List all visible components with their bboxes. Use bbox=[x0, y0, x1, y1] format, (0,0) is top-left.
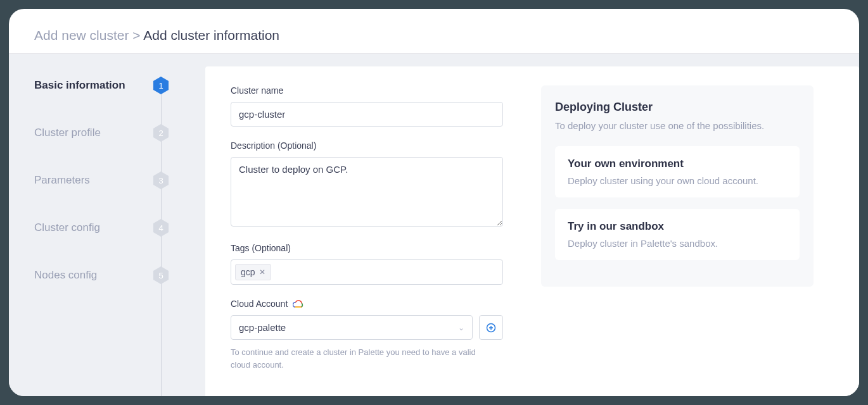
step-label: Basic information bbox=[34, 79, 125, 92]
step-cluster-profile[interactable]: Cluster profile 2 bbox=[34, 127, 180, 139]
tag-text: gcp bbox=[241, 267, 255, 277]
cloud-icon bbox=[293, 299, 304, 308]
step-parameters[interactable]: Parameters 3 bbox=[34, 174, 180, 187]
cluster-name-label: Cluster name bbox=[231, 85, 503, 96]
step-label: Nodes config bbox=[34, 269, 97, 282]
step-label: Cluster config bbox=[34, 221, 100, 234]
deploy-column: Deploying Cluster To deploy your cluster… bbox=[541, 85, 814, 377]
chevron-down-icon: ⌄ bbox=[458, 323, 464, 332]
cloud-account-label-text: Cloud Account bbox=[231, 299, 288, 309]
deploy-option-sandbox[interactable]: Try in our sandbox Deploy cluster in Pal… bbox=[555, 209, 800, 260]
cloud-account-select[interactable]: gcp-palette ⌄ bbox=[231, 315, 473, 340]
deploy-subtitle: To deploy your cluster use one of the po… bbox=[555, 120, 800, 131]
breadcrumb-sep: > bbox=[132, 28, 140, 42]
deploy-option-desc: Deploy cluster using your own cloud acco… bbox=[568, 175, 787, 186]
step-label: Cluster profile bbox=[34, 127, 101, 139]
header: Add new cluster > Add cluster informatio… bbox=[9, 9, 859, 54]
cloud-account-row: gcp-palette ⌄ bbox=[231, 315, 503, 340]
add-cloud-account-button[interactable] bbox=[479, 315, 503, 340]
cloud-account-value: gcp-palette bbox=[239, 322, 286, 333]
step-nodes-config[interactable]: Nodes config 5 bbox=[34, 269, 180, 282]
deploy-option-title: Your own environment bbox=[568, 158, 787, 170]
plus-circle-icon bbox=[486, 323, 496, 333]
tags-label: Tags (Optional) bbox=[231, 243, 503, 253]
cloud-account-label: Cloud Account bbox=[231, 299, 503, 309]
form-column: Cluster name Description (Optional) Clus… bbox=[231, 85, 503, 377]
description-label: Description (Optional) bbox=[231, 140, 503, 151]
deploy-option-title: Try in our sandbox bbox=[568, 220, 787, 233]
cloud-account-hint: To continue and create a cluster in Pale… bbox=[231, 346, 484, 371]
deploy-option-own-environment[interactable]: Your own environment Deploy cluster usin… bbox=[555, 146, 800, 197]
step-number-badge: 1 bbox=[152, 77, 170, 94]
app-window: Add new cluster > Add cluster informatio… bbox=[9, 9, 859, 396]
tags-input[interactable]: gcp ✕ bbox=[231, 259, 503, 285]
wizard-steps: Basic information 1 Cluster profile 2 Pa… bbox=[9, 54, 180, 396]
close-icon[interactable]: ✕ bbox=[259, 268, 265, 277]
deploy-panel: Deploying Cluster To deploy your cluster… bbox=[541, 85, 814, 287]
deploy-option-desc: Deploy cluster in Palette's sandbox. bbox=[568, 238, 787, 249]
body: Basic information 1 Cluster profile 2 Pa… bbox=[9, 54, 859, 396]
step-number-badge: 3 bbox=[152, 171, 170, 189]
step-basic-information[interactable]: Basic information 1 bbox=[34, 79, 180, 92]
content-panel: Cluster name Description (Optional) Clus… bbox=[205, 66, 859, 396]
step-cluster-config[interactable]: Cluster config 4 bbox=[34, 221, 180, 234]
step-number-badge: 5 bbox=[152, 266, 170, 284]
breadcrumb-current: Add cluster information bbox=[143, 28, 279, 42]
step-label: Parameters bbox=[34, 174, 90, 187]
breadcrumb: Add new cluster > Add cluster informatio… bbox=[34, 28, 834, 43]
cluster-name-input[interactable] bbox=[231, 102, 503, 127]
breadcrumb-parent[interactable]: Add new cluster bbox=[34, 28, 129, 42]
tag-chip: gcp ✕ bbox=[235, 264, 271, 280]
deploy-title: Deploying Cluster bbox=[555, 101, 800, 114]
step-number-badge: 2 bbox=[152, 124, 170, 142]
step-number-badge: 4 bbox=[152, 219, 170, 237]
description-textarea[interactable]: Cluster to deploy on GCP. bbox=[231, 157, 503, 227]
